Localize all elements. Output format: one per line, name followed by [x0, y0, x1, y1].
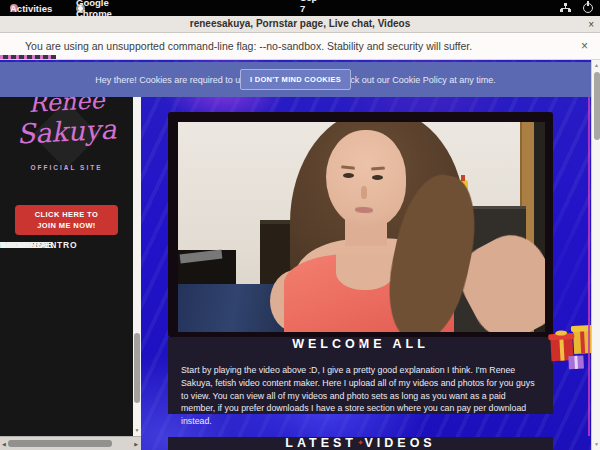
welcome-panel: ✦ WELCOME ALL ✦ Start by playing the vid… [168, 337, 553, 414]
scroll-up-icon[interactable]: ▲ [592, 62, 600, 68]
scroll-down-icon[interactable]: ▼ [133, 427, 141, 433]
scroll-right-icon[interactable]: ▶ [134, 441, 138, 447]
gift-purple-icon [568, 355, 584, 369]
cookie-accept-button[interactable]: I DON'T MIND COOKIES [240, 69, 351, 90]
activities-label: Activities [10, 3, 52, 14]
page-top-artifact [0, 55, 56, 59]
sparkle-icon: ✦ [358, 439, 364, 447]
woman-nose [361, 186, 367, 199]
woman-chest [336, 254, 394, 290]
site-logo-line2[interactable]: Sakuya [0, 115, 133, 149]
sidebar-item-blog[interactable]: BLOG [0, 236, 28, 256]
woman-lips [355, 207, 373, 214]
browser-scrollbar[interactable]: ▲ ▼ [591, 60, 600, 450]
sidebar-vertical-scrollbar[interactable]: ▼ [133, 97, 141, 436]
window-title: reneesakuya, Pornstar page, Live chat, V… [0, 16, 600, 32]
scroll-left-icon[interactable]: ◀ [2, 441, 6, 447]
browser-scrollbar-thumb[interactable] [594, 72, 600, 140]
video-frame-content[interactable] [178, 122, 545, 332]
infobar-close-icon[interactable]: × [581, 33, 588, 59]
window-title-bar: reneesakuya, Pornstar page, Live chat, V… [0, 16, 600, 33]
sidebar-hscroll-thumb[interactable] [8, 440, 112, 447]
page-right-border [588, 97, 590, 436]
video-bottle-cap [461, 175, 465, 181]
sidebar-horizontal-scrollbar[interactable]: ◀ ▶ [0, 436, 141, 450]
gnome-top-bar: Activities Google Chrome Sep 7 21:39 [0, 0, 600, 16]
power-icon[interactable] [583, 3, 593, 13]
latest-videos-panel: ✦ LATEST VIDEOS ✦ [168, 437, 553, 450]
join-button[interactable]: CLICK HERE TO JOIN ME NOW! [15, 205, 118, 235]
woman-left-eye [343, 173, 354, 178]
welcome-body: Start by playing the video above :D, I g… [181, 364, 540, 428]
chrome-infobar: You are using an unsupported command-lin… [0, 33, 600, 60]
scroll-down-icon[interactable]: ▼ [592, 441, 600, 447]
woman-face [326, 130, 406, 228]
infobar-message: You are using an unsupported command-lin… [25, 33, 472, 59]
sidebar: Renee Sakuya OFFICIAL SITE CLICK HERE TO… [0, 97, 133, 436]
network-icon[interactable] [560, 3, 571, 13]
screen: Activities Google Chrome Sep 7 21:39 ren… [0, 0, 600, 450]
cookie-banner: Hey there! Cookies are required to use t… [0, 62, 591, 97]
sparkle-icon: ✦ [358, 340, 364, 348]
woman-right-eye [372, 175, 383, 180]
sidebar-vscroll-thumb[interactable] [134, 333, 140, 403]
site-tagline: OFFICIAL SITE [0, 164, 133, 171]
titlebar-close-icon[interactable]: × [588, 17, 594, 32]
